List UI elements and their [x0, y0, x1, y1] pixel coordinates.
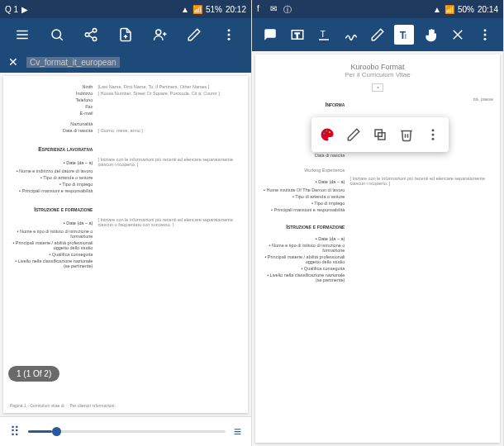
- svg-point-5: [93, 29, 97, 33]
- svg-point-17: [228, 38, 231, 40]
- battery-pct: 50%: [458, 5, 474, 14]
- svg-point-16: [228, 34, 231, 36]
- facebook-icon: f: [257, 4, 267, 14]
- svg-point-29: [323, 132, 325, 134]
- play-icon: ▶: [21, 5, 28, 14]
- document-page: Ninth[Last Name, First Name, To, if Pert…: [3, 76, 248, 413]
- bottom-bar: ⠿ ≡: [0, 416, 251, 446]
- grid-view-icon[interactable]: ⠿: [10, 424, 20, 439]
- svg-point-3: [52, 30, 61, 39]
- battery-pct: 51%: [206, 5, 222, 14]
- svg-point-30: [326, 130, 327, 131]
- right-screenshot: f ✉ ⓘ ▲ 📶 50% 20:14 T T TI Kuroobo Forma…: [252, 0, 504, 446]
- msg-icon: ✉: [270, 4, 280, 14]
- edit-popup-icon[interactable]: [341, 122, 366, 147]
- svg-line-9: [89, 36, 93, 38]
- more-icon[interactable]: [219, 25, 239, 45]
- svg-point-27: [483, 34, 486, 36]
- text-tool-icon[interactable]: TI: [394, 25, 414, 45]
- page-indicator: 1 (1 Of 2): [8, 366, 59, 382]
- wifi-icon: 📶: [445, 5, 454, 14]
- svg-point-31: [329, 131, 330, 133]
- pencil-icon[interactable]: [368, 25, 388, 45]
- clock: 20:14: [478, 5, 498, 14]
- clock: 20:12: [226, 5, 246, 14]
- edit-toolbar: T T TI: [252, 18, 503, 51]
- menu-icon[interactable]: [12, 25, 32, 45]
- info-icon: ⓘ: [283, 4, 293, 14]
- textbox-icon[interactable]: T: [288, 25, 307, 45]
- comment-icon[interactable]: [260, 25, 280, 45]
- wifi-icon: 📶: [193, 5, 202, 14]
- list-view-icon[interactable]: ≡: [234, 425, 241, 439]
- svg-point-35: [432, 134, 435, 136]
- svg-text:T: T: [295, 31, 300, 40]
- svg-point-15: [228, 29, 231, 31]
- svg-point-7: [93, 37, 97, 41]
- pan-hand-icon[interactable]: [421, 25, 441, 45]
- svg-point-28: [483, 38, 486, 40]
- close-breadcrumb-icon[interactable]: ✕: [8, 55, 18, 69]
- svg-line-4: [59, 37, 63, 40]
- underline-text-icon[interactable]: T: [314, 25, 334, 45]
- signal-icon: ▲: [433, 5, 441, 14]
- add-user-icon[interactable]: [150, 25, 170, 45]
- share-icon[interactable]: [81, 25, 101, 45]
- svg-point-34: [432, 129, 435, 131]
- document-page: Kuroobo Format Per il Curriculum Vitae ⚬…: [255, 55, 500, 443]
- doc-subtitle: Per il Curriculum Vitae: [262, 71, 493, 78]
- document-viewport[interactable]: Kuroobo Format Per il Curriculum Vitae ⚬…: [252, 51, 503, 446]
- svg-line-8: [89, 31, 93, 34]
- search-icon[interactable]: [47, 25, 67, 45]
- svg-text:T: T: [321, 29, 326, 39]
- doc-title: Kuroobo Format: [262, 63, 493, 71]
- svg-text:I: I: [405, 33, 407, 40]
- left-screenshot: Q 1 ▶ ▲ 📶 51% 20:12 ✕ Cv_format_it_europ…: [0, 0, 252, 446]
- breadcrumb: ✕ Cv_format_it_european: [0, 51, 251, 73]
- svg-point-36: [432, 138, 435, 140]
- color-palette-icon[interactable]: [315, 122, 340, 147]
- document-viewport[interactable]: Ninth[Last Name, First Name, To, if Pert…: [0, 73, 251, 416]
- page-slider[interactable]: [28, 430, 226, 433]
- flag-placeholder: ⚬: [372, 83, 383, 92]
- delete-icon[interactable]: [394, 122, 419, 147]
- copy-icon[interactable]: [368, 122, 392, 147]
- file-name: Cv_format_it_european: [26, 57, 120, 68]
- context-popup: [311, 117, 449, 152]
- app-toolbar: [0, 18, 251, 51]
- status-bar: f ✉ ⓘ ▲ 📶 50% 20:14: [252, 0, 503, 18]
- close-icon[interactable]: [448, 25, 468, 45]
- file-add-icon[interactable]: [116, 25, 136, 45]
- svg-point-12: [155, 30, 160, 35]
- more-icon[interactable]: [475, 25, 495, 45]
- status-bar: Q 1 ▶ ▲ 📶 51% 20:12: [0, 0, 251, 18]
- edit-icon[interactable]: [184, 25, 204, 45]
- signature-icon[interactable]: [341, 25, 361, 45]
- svg-point-6: [86, 33, 90, 37]
- svg-point-26: [483, 29, 486, 31]
- signal-icon: ▲: [181, 5, 189, 14]
- more-popup-icon[interactable]: [421, 122, 445, 147]
- carrier-label: Q 1: [5, 5, 18, 14]
